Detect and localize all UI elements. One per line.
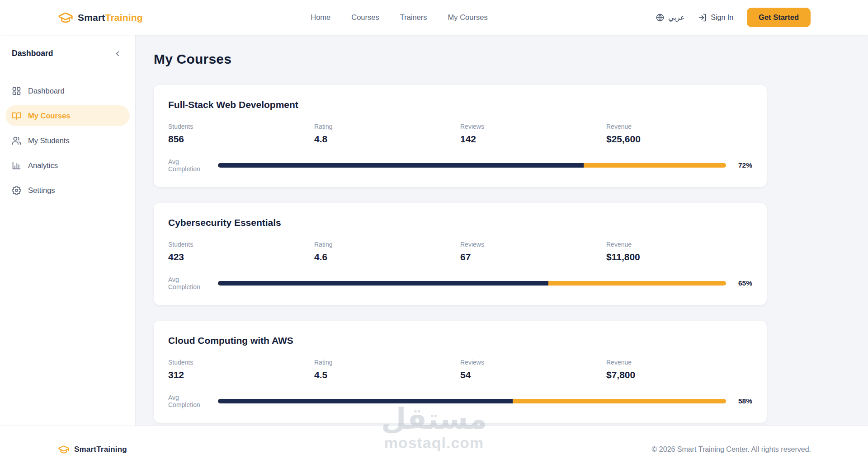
stat-value: 54: [460, 370, 606, 380]
sidebar-item-label: Settings: [28, 186, 55, 195]
stat-value: 4.8: [314, 134, 460, 145]
sidebar-item-my-students[interactable]: My Students: [5, 130, 130, 151]
language-switcher[interactable]: عربي: [656, 13, 684, 22]
stat-reviews: Reviews 67: [460, 241, 606, 262]
stat-label: Students: [168, 123, 314, 130]
stat-value: 856: [168, 134, 314, 145]
completion-label: Avg Completion: [168, 276, 212, 290]
top-navbar: SmartTraining Home Courses Trainers My C…: [0, 0, 868, 35]
completion-progress-bar: [218, 399, 726, 403]
sign-in-link[interactable]: Sign In: [698, 13, 733, 22]
stat-value: 4.6: [314, 252, 460, 262]
stat-label: Rating: [314, 359, 460, 366]
course-stats: Students 312 Rating 4.5 Reviews 54 Reven…: [168, 359, 752, 380]
nav-link-home[interactable]: Home: [311, 13, 330, 22]
stat-value: 312: [168, 370, 314, 380]
stat-label: Students: [168, 241, 314, 248]
sidebar: Dashboard Dashboard My Courses: [0, 35, 136, 426]
sidebar-item-my-courses[interactable]: My Courses: [5, 105, 130, 126]
sidebar-item-analytics[interactable]: Analytics: [5, 155, 130, 176]
users-icon: [12, 136, 21, 145]
main-content: My Courses Full-Stack Web Development St…: [136, 35, 868, 426]
sign-in-label: Sign In: [711, 14, 733, 22]
book-icon: [12, 111, 21, 121]
graduation-cap-icon: [58, 10, 73, 25]
completion-progress-bar: [218, 281, 726, 286]
stat-rating: Rating 4.6: [314, 241, 460, 262]
stat-value: $7,800: [606, 370, 752, 380]
sidebar-title: Dashboard: [12, 49, 53, 58]
chevron-left-icon: [113, 50, 122, 58]
stat-value: 142: [460, 134, 606, 145]
course-card: Cloud Computing with AWS Students 312 Ra…: [154, 321, 767, 423]
nav-link-courses[interactable]: Courses: [351, 13, 379, 22]
completion-row: Avg Completion 72%: [168, 158, 752, 173]
globe-icon: [656, 13, 665, 22]
stat-value: $11,800: [606, 252, 752, 262]
language-label: عربي: [668, 13, 684, 22]
stat-revenue: Revenue $25,600: [606, 123, 752, 145]
sidebar-item-label: Analytics: [28, 161, 58, 170]
graduation-cap-icon: [58, 444, 70, 455]
stat-value: $25,600: [606, 134, 752, 145]
completion-percent: 58%: [732, 397, 752, 405]
bar-chart-icon: [12, 161, 21, 170]
log-in-icon: [698, 13, 707, 22]
nav-link-my-courses[interactable]: My Courses: [448, 13, 488, 22]
stat-value: 423: [168, 252, 314, 262]
nav-link-trainers[interactable]: Trainers: [400, 13, 427, 22]
stat-reviews: Reviews 142: [460, 123, 606, 145]
completion-progress-fill: [218, 281, 548, 286]
page-title: My Courses: [154, 52, 868, 67]
sidebar-header: Dashboard: [0, 35, 135, 72]
completion-row: Avg Completion 58%: [168, 394, 752, 408]
completion-row: Avg Completion 65%: [168, 276, 752, 290]
footer-brand-name: SmartTraining: [74, 445, 127, 454]
stat-label: Revenue: [606, 241, 752, 248]
stat-label: Reviews: [460, 241, 606, 248]
stat-label: Students: [168, 359, 314, 366]
brand-logo[interactable]: SmartTraining: [58, 10, 143, 25]
main-nav: Home Courses Trainers My Courses: [143, 13, 656, 22]
completion-percent: 72%: [732, 161, 752, 169]
completion-label: Avg Completion: [168, 394, 212, 408]
stat-rating: Rating 4.8: [314, 123, 460, 145]
course-title: Cybersecurity Essentials: [168, 217, 752, 228]
navbar-actions: عربي Sign In Get Started: [656, 8, 811, 27]
footer: SmartTraining © 2026 Smart Training Cent…: [0, 426, 868, 473]
sidebar-item-label: Dashboard: [28, 87, 65, 95]
completion-progress-fill: [218, 399, 513, 403]
sidebar-collapse-button[interactable]: [112, 48, 123, 60]
completion-progress-bar: [218, 163, 726, 168]
stat-label: Revenue: [606, 359, 752, 366]
sidebar-item-settings[interactable]: Settings: [5, 180, 130, 201]
course-title: Cloud Computing with AWS: [168, 335, 752, 346]
stat-label: Reviews: [460, 123, 606, 130]
course-stats: Students 856 Rating 4.8 Reviews 142 Reve…: [168, 123, 752, 145]
stat-label: Rating: [314, 123, 460, 130]
course-title: Full-Stack Web Development: [168, 99, 752, 110]
stat-revenue: Revenue $11,800: [606, 241, 752, 262]
course-card: Cybersecurity Essentials Students 423 Ra…: [154, 203, 767, 305]
stat-students: Students 856: [168, 123, 314, 145]
brand-name: SmartTraining: [78, 12, 143, 23]
copyright-text: © 2026 Smart Training Center. All rights…: [652, 445, 811, 454]
stat-label: Reviews: [460, 359, 606, 366]
stat-label: Revenue: [606, 123, 752, 130]
sidebar-item-dashboard[interactable]: Dashboard: [5, 80, 130, 101]
sidebar-nav: Dashboard My Courses My Students: [0, 72, 135, 209]
sidebar-item-label: My Students: [28, 136, 70, 145]
course-stats: Students 423 Rating 4.6 Reviews 67 Reven…: [168, 241, 752, 262]
get-started-button[interactable]: Get Started: [747, 8, 811, 27]
course-card: Full-Stack Web Development Students 856 …: [154, 85, 767, 187]
grid-icon: [12, 86, 21, 96]
stat-label: Rating: [314, 241, 460, 248]
gear-icon: [12, 186, 21, 195]
completion-percent: 65%: [732, 279, 752, 287]
stat-revenue: Revenue $7,800: [606, 359, 752, 380]
stat-value: 4.5: [314, 370, 460, 380]
stat-reviews: Reviews 54: [460, 359, 606, 380]
stat-rating: Rating 4.5: [314, 359, 460, 380]
stat-students: Students 312: [168, 359, 314, 380]
footer-logo[interactable]: SmartTraining: [58, 444, 127, 455]
